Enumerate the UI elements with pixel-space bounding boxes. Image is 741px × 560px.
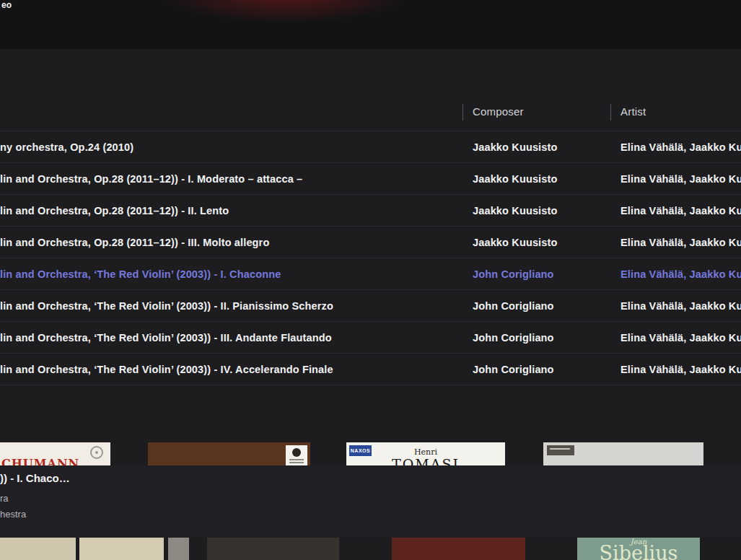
track-title: lin and Orchestra, Op.28 (2011–12)) - I.…	[0, 173, 456, 185]
track-artist: Elina Vähälä, Jaakko Ku	[621, 173, 741, 185]
track-title: lin and Orchestra, ‘The Red Violin’ (200…	[0, 332, 456, 344]
track-artist: Elina Vähälä, Jaakko Ku	[621, 237, 741, 248]
track-title: ny orchestra, Op.24 (2010)	[0, 141, 456, 153]
track-row[interactable]: lin and Orchestra, ‘The Red Violin’ (200…	[0, 290, 741, 322]
track-artist: Elina Vähälä, Jaakko Ku	[621, 205, 741, 216]
track-row[interactable]: lin and Orchestra, Op.28 (2011–12)) - II…	[0, 227, 741, 258]
column-header-composer: Composer	[473, 105, 524, 118]
track-row[interactable]: ny orchestra, Op.24 (2010) Jaakko Kuusis…	[0, 131, 741, 163]
track-composer: John Corigliano	[473, 268, 607, 280]
tab-fragment[interactable]: eo	[1, 0, 12, 10]
harmonia-mundi-logo	[286, 445, 307, 465]
player-bar: )) - I. Chaco… ra hestra	[0, 465, 741, 538]
album-cover[interactable]	[207, 538, 339, 560]
track-artist: Elina Vähälä, Jaakko Ku	[621, 332, 741, 344]
column-divider	[462, 104, 463, 121]
track-row[interactable]: lin and Orchestra, ‘The Red Violin’ (200…	[0, 322, 741, 354]
album-cover[interactable]: Jean Sibelius	[577, 538, 700, 560]
track-artist: Elina Vähälä, Jaakko Ku	[621, 268, 741, 280]
album-cover[interactable]	[392, 538, 525, 560]
track-composer: Jaakko Kuusisto	[473, 205, 607, 216]
track-artist: Elina Vähälä, Jaakko Ku	[621, 141, 741, 153]
track-composer: John Corigliano	[473, 364, 607, 375]
crest-logo-icon	[90, 446, 103, 459]
track-title: lin and Orchestra, Op.28 (2011–12)) - II…	[0, 237, 456, 248]
track-title: lin and Orchestra, ‘The Red Violin’ (200…	[0, 364, 456, 375]
column-divider	[610, 104, 611, 121]
track-artist: Elina Vähälä, Jaakko Ku	[621, 300, 741, 312]
track-row[interactable]: lin and Orchestra, Op.28 (2011–12)) - I.…	[0, 163, 741, 195]
album-cover[interactable]	[168, 538, 189, 560]
track-title: lin and Orchestra, ‘The Red Violin’ (200…	[0, 300, 456, 312]
track-row-playing[interactable]: lin and Orchestra, ‘The Red Violin’ (200…	[0, 258, 741, 290]
track-title: lin and Orchestra, Op.28 (2011–12)) - II…	[0, 205, 456, 216]
album-header: eo	[0, 0, 741, 49]
album-label-sticker	[547, 445, 574, 455]
track-composer: John Corigliano	[473, 332, 607, 344]
track-row[interactable]: lin and Orchestra, Op.28 (2011–12)) - II…	[0, 195, 741, 227]
track-composer: John Corigliano	[473, 300, 607, 312]
now-playing-ensemble: hestra	[0, 509, 26, 520]
album-cover[interactable]	[79, 538, 164, 560]
now-playing-title: )) - I. Chaco…	[0, 472, 102, 484]
now-playing-artist: ra	[0, 493, 9, 504]
track-composer: Jaakko Kuusisto	[473, 237, 607, 248]
track-list: ny orchestra, Op.24 (2010) Jaakko Kuusis…	[0, 131, 741, 385]
track-composer: Jaakko Kuusisto	[473, 173, 607, 185]
track-composer: Jaakko Kuusisto	[473, 141, 607, 153]
album-cover-title: Sibelius	[577, 542, 700, 560]
app-window: eo Composer Artist ny orchestra, Op.24 (…	[0, 0, 741, 560]
track-row[interactable]: lin and Orchestra, ‘The Red Violin’ (200…	[0, 354, 741, 385]
album-cover[interactable]	[0, 538, 76, 560]
track-title: lin and Orchestra, ‘The Red Violin’ (200…	[0, 268, 456, 280]
track-artist: Elina Vähälä, Jaakko Ku	[621, 364, 741, 375]
column-header-artist: Artist	[621, 105, 646, 118]
